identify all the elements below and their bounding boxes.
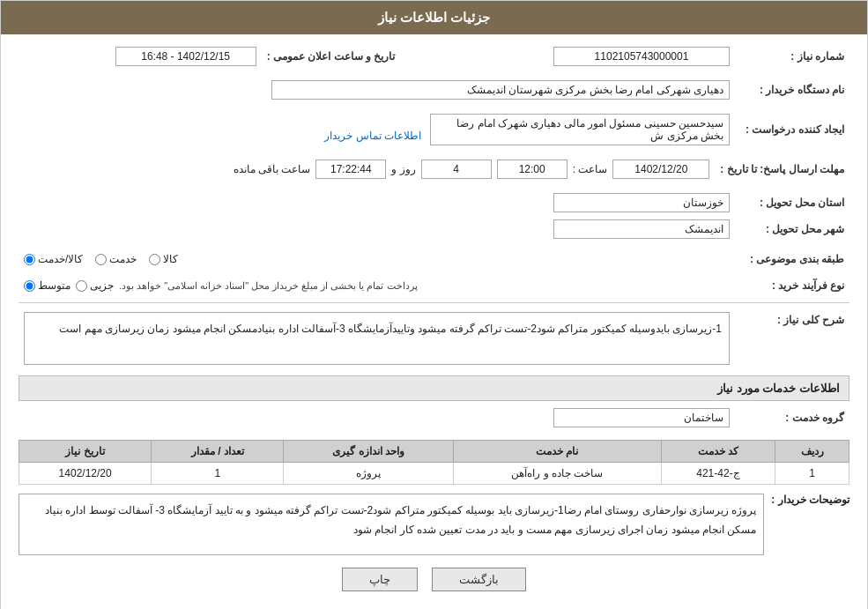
info-table-tabaqe: طبقه بندی موضوعی : کالا/خدمت خدمت کالا xyxy=(19,249,849,269)
tozihat-label: توضیحات خریدار : xyxy=(771,490,849,506)
info-table-dastgah: نام دستگاه خریدار : دهیاری شهرکی امام رض… xyxy=(19,77,849,103)
col-tedad: تعداد / مقدار xyxy=(152,441,284,463)
info-table-ijad: ایجاد کننده درخواست : سیدحسین حسینی مسئو… xyxy=(19,110,849,149)
info-table-mohlat: مهلت ارسال پاسخ: تا تاریخ : 1402/12/20 س… xyxy=(19,156,849,182)
farayand-motevaset-radio[interactable] xyxy=(24,280,35,292)
cell-radif: 1 xyxy=(775,463,849,485)
goroh-value: ساختمان xyxy=(19,405,735,431)
ijad-link[interactable]: اطلاعات تماس خریدار xyxy=(324,130,421,142)
shomara-niaz-input: 1102105743000001 xyxy=(553,47,730,66)
namdastgah-label: نام دستگاه خریدار : xyxy=(735,77,849,103)
table-row: 1ج-42-421ساخت جاده و راه‌آهنپروژه11402/1… xyxy=(19,463,849,485)
col-kod: کد خدمت xyxy=(661,441,775,463)
mohlat-rooz-label: روز و xyxy=(391,163,415,175)
tabaqe-kala-khedmat-radio[interactable] xyxy=(24,254,35,265)
cell-vahed: پروژه xyxy=(284,463,453,485)
info-table-farayand: نوع فرآیند خرید : متوسط جزیی پرداخت تمام… xyxy=(19,276,849,295)
namdastgah-input: دهیاری شهرکی امام رضا بخش مرکزی شهرستان … xyxy=(271,80,730,100)
bazgasht-button[interactable]: بازگشت xyxy=(432,568,526,591)
mohlat-row: 1402/12/20 ساعت : 12:00 4 روز و 17:22:44… xyxy=(19,156,715,182)
page-header: جزئیات اطلاعات نیاز xyxy=(1,1,867,34)
mohlat-baqi-input: 17:22:44 xyxy=(315,160,386,179)
shahr-label: شهر محل تحویل : xyxy=(735,216,849,242)
shomara-niaz-value: 1102105743000001 xyxy=(435,43,735,70)
ostan-value: خوزستان xyxy=(19,189,735,216)
cell-tedad: 1 xyxy=(152,463,284,485)
col-tarikh: تاریخ نیاز xyxy=(19,441,152,463)
mohlat-saat-input: 12:00 xyxy=(497,160,568,179)
mohlat-label: مهلت ارسال پاسخ: تا تاریخ : xyxy=(715,156,849,182)
farayand-note: پرداخت تمام یا بخشی از مبلغ خریداز محل "… xyxy=(119,280,418,292)
tabaqe-kala: کالا xyxy=(149,253,178,265)
ostan-label: استان محل تحویل : xyxy=(735,189,849,216)
page-title: جزئیات اطلاعات نیاز xyxy=(378,10,490,25)
tabaqe-khedmat-label: خدمت xyxy=(109,253,137,265)
page-wrapper: جزئیات اطلاعات نیاز شماره نیاز : 1102105… xyxy=(0,0,868,609)
goroh-label: گروه خدمت : xyxy=(735,405,849,431)
farayand-label: نوع فرآیند خرید : xyxy=(735,276,849,295)
ijad-label: ایجاد کننده درخواست : xyxy=(735,110,849,149)
tarikh-saat-label: تاریخ و ساعت اعلان عمومی : xyxy=(262,43,401,70)
mohlat-rooz-input: 4 xyxy=(421,160,492,179)
ijad-input: سیدحسین حسینی مسئول امور مالی دهیاری شهر… xyxy=(430,114,730,145)
tabaqe-label: طبقه بندی موضوعی : xyxy=(735,249,849,269)
sharh-value: 1-زیرسازی بایدوسیله کمیکتور متراکم شود2-… xyxy=(19,308,735,368)
tabaqe-options: کالا/خدمت خدمت کالا xyxy=(19,249,735,269)
tabaqe-kala-khedmat: کالا/خدمت xyxy=(24,253,83,265)
sharh-box: 1-زیرسازی بایدوسیله کمیکتور متراکم شود2-… xyxy=(24,312,730,365)
farayand-jozi-label: جزیی xyxy=(90,279,114,292)
mohlat-date-input: 1402/12/20 xyxy=(612,160,709,179)
tabaqe-kala-khedmat-label: کالا/خدمت xyxy=(38,253,83,265)
farayand-options: متوسط جزیی پرداخت تمام یا بخشی از مبلغ خ… xyxy=(19,276,735,295)
chap-button[interactable]: چاپ xyxy=(342,568,418,591)
footer-buttons: بازگشت چاپ xyxy=(19,568,849,591)
tozihat-row: توضیحات خریدار : پروژه زیرسازی نوارحفاری… xyxy=(19,490,849,555)
services-section: ردیف کد خدمت نام خدمت واحد اندازه گیری ت… xyxy=(19,440,849,485)
shahr-value: اندیمشک xyxy=(19,216,735,242)
tarikh-saat-input: 1402/12/15 - 16:48 xyxy=(115,47,256,66)
farayand-motevaset-label: متوسط xyxy=(38,279,70,292)
info-table-goroh: گروه خدمت : ساختمان xyxy=(19,405,849,431)
cell-kod: ج-42-421 xyxy=(661,463,775,485)
col-radif: ردیف xyxy=(775,441,849,463)
col-naam: نام خدمت xyxy=(453,441,661,463)
main-content: شماره نیاز : 1102105743000001 تاریخ و سا… xyxy=(1,34,867,609)
tozihat-box: پروژه زیرسازی نوارحفاری روستای امام رضا1… xyxy=(19,494,764,555)
info-table-top: شماره نیاز : 1102105743000001 تاریخ و سا… xyxy=(19,43,849,70)
farayand-jozi-radio[interactable] xyxy=(76,280,87,292)
ijad-value: سیدحسین حسینی مسئول امور مالی دهیاری شهر… xyxy=(19,110,735,149)
mohlat-saat-label: ساعت : xyxy=(573,163,608,175)
services-table: ردیف کد خدمت نام خدمت واحد اندازه گیری ت… xyxy=(19,440,849,485)
cell-tarikh: 1402/12/20 xyxy=(19,463,152,485)
cell-naam: ساخت جاده و راه‌آهن xyxy=(453,463,661,485)
sharh-label: شرح کلی نیاز : xyxy=(735,308,849,368)
info-table-location: استان محل تحویل : خوزستان شهر محل تحویل … xyxy=(19,189,849,242)
tabaqe-kala-radio[interactable] xyxy=(149,254,160,265)
mohlat-baqi-label: ساعت باقی مانده xyxy=(234,163,311,175)
farayand-motevaset: متوسط xyxy=(24,279,70,292)
khadamat-section-title: اطلاعات خدمات مورد نیاز xyxy=(19,375,849,401)
shomara-niaz-label: شماره نیاز : xyxy=(735,43,849,70)
tarikh-saat-value: 1402/12/15 - 16:48 xyxy=(19,43,262,70)
ostan-input: خوزستان xyxy=(553,193,730,212)
tabaqe-kala-label: کالا xyxy=(163,253,178,265)
goroh-input: ساختمان xyxy=(553,408,730,427)
shahr-input: اندیمشک xyxy=(553,219,730,239)
namdastgah-value: دهیاری شهرکی امام رضا بخش مرکزی شهرستان … xyxy=(19,77,735,103)
tabaqe-khedmat: خدمت xyxy=(95,253,137,265)
tabaqe-khedmat-radio[interactable] xyxy=(95,254,107,265)
col-vahed: واحد اندازه گیری xyxy=(284,441,453,463)
farayand-jozi: جزیی xyxy=(76,279,114,292)
info-table-sharh: شرح کلی نیاز : 1-زیرسازی بایدوسیله کمیکت… xyxy=(19,308,849,368)
divider-1 xyxy=(19,302,849,303)
